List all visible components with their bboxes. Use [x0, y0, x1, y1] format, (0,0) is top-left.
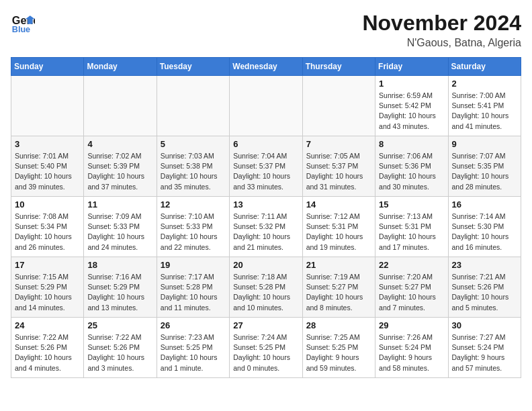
logo: General Blue: [11, 11, 35, 35]
day-number: 1: [379, 79, 444, 89]
day-info: Sunrise: 7:10 AMSunset: 5:33 PMDaylight:…: [161, 212, 226, 253]
day-info: Sunrise: 7:19 AMSunset: 5:27 PMDaylight:…: [306, 272, 371, 313]
day-number: 30: [452, 320, 517, 330]
day-number: 20: [233, 260, 298, 270]
weekday-header: Saturday: [448, 58, 521, 76]
day-number: 13: [233, 199, 298, 210]
weekday-header: Tuesday: [157, 58, 229, 76]
day-info: Sunrise: 7:22 AMSunset: 5:26 PMDaylight:…: [87, 332, 152, 373]
calendar-cell: 23Sunrise: 7:21 AMSunset: 5:26 PMDayligh…: [448, 257, 521, 318]
calendar-cell: 11Sunrise: 7:09 AMSunset: 5:33 PMDayligh…: [84, 197, 157, 257]
calendar-cell: 17Sunrise: 7:15 AMSunset: 5:29 PMDayligh…: [11, 257, 84, 318]
calendar-cell: 28Sunrise: 7:25 AMSunset: 5:25 PMDayligh…: [302, 318, 375, 378]
day-number: 24: [15, 320, 80, 330]
day-number: 17: [15, 260, 80, 270]
day-number: 26: [161, 320, 226, 330]
day-info: Sunrise: 7:21 AMSunset: 5:26 PMDaylight:…: [452, 272, 517, 313]
day-info: Sunrise: 7:04 AMSunset: 5:37 PMDaylight:…: [233, 151, 298, 192]
day-info: Sunrise: 7:17 AMSunset: 5:28 PMDaylight:…: [161, 272, 226, 313]
calendar: SundayMondayTuesdayWednesdayThursdayFrid…: [11, 57, 521, 378]
calendar-cell: 8Sunrise: 7:06 AMSunset: 5:36 PMDaylight…: [375, 136, 448, 197]
day-info: Sunrise: 7:07 AMSunset: 5:35 PMDaylight:…: [452, 151, 517, 192]
day-number: 27: [233, 320, 298, 330]
calendar-cell: 15Sunrise: 7:13 AMSunset: 5:31 PMDayligh…: [375, 197, 448, 257]
calendar-cell: 19Sunrise: 7:17 AMSunset: 5:28 PMDayligh…: [157, 257, 229, 318]
day-number: 22: [379, 260, 444, 270]
calendar-cell: 14Sunrise: 7:12 AMSunset: 5:31 PMDayligh…: [302, 197, 375, 257]
day-number: 9: [452, 139, 517, 149]
day-number: 18: [87, 260, 152, 270]
header: General Blue November 2024 N'Gaous, Batn…: [11, 11, 521, 49]
calendar-cell: [302, 76, 375, 136]
day-info: Sunrise: 7:26 AMSunset: 5:24 PMDaylight:…: [379, 332, 444, 373]
day-info: Sunrise: 7:16 AMSunset: 5:29 PMDaylight:…: [87, 272, 152, 313]
calendar-cell: 27Sunrise: 7:24 AMSunset: 5:25 PMDayligh…: [230, 318, 302, 378]
logo-icon: General Blue: [11, 11, 35, 35]
calendar-cell: 20Sunrise: 7:18 AMSunset: 5:28 PMDayligh…: [230, 257, 302, 318]
day-number: 5: [161, 139, 226, 149]
day-info: Sunrise: 7:01 AMSunset: 5:40 PMDaylight:…: [15, 151, 80, 192]
calendar-cell: 9Sunrise: 7:07 AMSunset: 5:35 PMDaylight…: [448, 136, 521, 197]
day-info: Sunrise: 7:22 AMSunset: 5:26 PMDaylight:…: [15, 332, 80, 373]
calendar-cell: 10Sunrise: 7:08 AMSunset: 5:34 PMDayligh…: [11, 197, 84, 257]
day-number: 21: [306, 260, 371, 270]
day-info: Sunrise: 7:23 AMSunset: 5:25 PMDaylight:…: [161, 332, 226, 373]
calendar-cell: 7Sunrise: 7:05 AMSunset: 5:37 PMDaylight…: [302, 136, 375, 197]
calendar-cell: 25Sunrise: 7:22 AMSunset: 5:26 PMDayligh…: [84, 318, 157, 378]
calendar-cell: 21Sunrise: 7:19 AMSunset: 5:27 PMDayligh…: [302, 257, 375, 318]
day-number: 23: [452, 260, 517, 270]
calendar-cell: 29Sunrise: 7:26 AMSunset: 5:24 PMDayligh…: [375, 318, 448, 378]
month-title: November 2024: [362, 11, 521, 36]
day-info: Sunrise: 7:03 AMSunset: 5:38 PMDaylight:…: [161, 151, 226, 192]
calendar-cell: [230, 76, 302, 136]
day-number: 16: [452, 199, 517, 210]
day-info: Sunrise: 7:00 AMSunset: 5:41 PMDaylight:…: [452, 91, 517, 132]
calendar-cell: 18Sunrise: 7:16 AMSunset: 5:29 PMDayligh…: [84, 257, 157, 318]
day-info: Sunrise: 7:06 AMSunset: 5:36 PMDaylight:…: [379, 151, 444, 192]
calendar-cell: [11, 76, 84, 136]
day-info: Sunrise: 7:13 AMSunset: 5:31 PMDaylight:…: [379, 212, 444, 253]
calendar-header-row: SundayMondayTuesdayWednesdayThursdayFrid…: [11, 58, 521, 76]
day-number: 29: [379, 320, 444, 330]
calendar-cell: 12Sunrise: 7:10 AMSunset: 5:33 PMDayligh…: [157, 197, 229, 257]
calendar-cell: 5Sunrise: 7:03 AMSunset: 5:38 PMDaylight…: [157, 136, 229, 197]
calendar-cell: [84, 76, 157, 136]
calendar-cell: 4Sunrise: 7:02 AMSunset: 5:39 PMDaylight…: [84, 136, 157, 197]
calendar-cell: 26Sunrise: 7:23 AMSunset: 5:25 PMDayligh…: [157, 318, 229, 378]
calendar-cell: 13Sunrise: 7:11 AMSunset: 5:32 PMDayligh…: [230, 197, 302, 257]
title-area: November 2024 N'Gaous, Batna, Algeria: [362, 11, 521, 49]
calendar-cell: 6Sunrise: 7:04 AMSunset: 5:37 PMDaylight…: [230, 136, 302, 197]
day-number: 7: [306, 139, 371, 149]
day-number: 6: [233, 139, 298, 149]
day-info: Sunrise: 6:59 AMSunset: 5:42 PMDaylight:…: [379, 91, 444, 132]
calendar-week-row: 10Sunrise: 7:08 AMSunset: 5:34 PMDayligh…: [11, 197, 521, 257]
calendar-cell: 16Sunrise: 7:14 AMSunset: 5:30 PMDayligh…: [448, 197, 521, 257]
day-info: Sunrise: 7:14 AMSunset: 5:30 PMDaylight:…: [452, 212, 517, 253]
day-info: Sunrise: 7:25 AMSunset: 5:25 PMDaylight:…: [306, 332, 371, 373]
day-info: Sunrise: 7:12 AMSunset: 5:31 PMDaylight:…: [306, 212, 371, 253]
day-number: 14: [306, 199, 371, 210]
weekday-header: Thursday: [302, 58, 375, 76]
day-info: Sunrise: 7:18 AMSunset: 5:28 PMDaylight:…: [233, 272, 298, 313]
day-number: 8: [379, 139, 444, 149]
calendar-week-row: 3Sunrise: 7:01 AMSunset: 5:40 PMDaylight…: [11, 136, 521, 197]
day-number: 2: [452, 79, 517, 89]
calendar-cell: 2Sunrise: 7:00 AMSunset: 5:41 PMDaylight…: [448, 76, 521, 136]
day-info: Sunrise: 7:11 AMSunset: 5:32 PMDaylight:…: [233, 212, 298, 253]
calendar-week-row: 24Sunrise: 7:22 AMSunset: 5:26 PMDayligh…: [11, 318, 521, 378]
calendar-cell: 3Sunrise: 7:01 AMSunset: 5:40 PMDaylight…: [11, 136, 84, 197]
day-info: Sunrise: 7:24 AMSunset: 5:25 PMDaylight:…: [233, 332, 298, 373]
day-number: 25: [87, 320, 152, 330]
day-info: Sunrise: 7:20 AMSunset: 5:27 PMDaylight:…: [379, 272, 444, 313]
day-info: Sunrise: 7:15 AMSunset: 5:29 PMDaylight:…: [15, 272, 80, 313]
day-info: Sunrise: 7:08 AMSunset: 5:34 PMDaylight:…: [15, 212, 80, 253]
location: N'Gaous, Batna, Algeria: [362, 37, 521, 49]
calendar-cell: 30Sunrise: 7:27 AMSunset: 5:24 PMDayligh…: [448, 318, 521, 378]
weekday-header: Monday: [84, 58, 157, 76]
day-number: 19: [161, 260, 226, 270]
weekday-header: Friday: [375, 58, 448, 76]
day-number: 10: [15, 199, 80, 210]
day-number: 11: [87, 199, 152, 210]
day-number: 12: [161, 199, 226, 210]
calendar-cell: [157, 76, 229, 136]
